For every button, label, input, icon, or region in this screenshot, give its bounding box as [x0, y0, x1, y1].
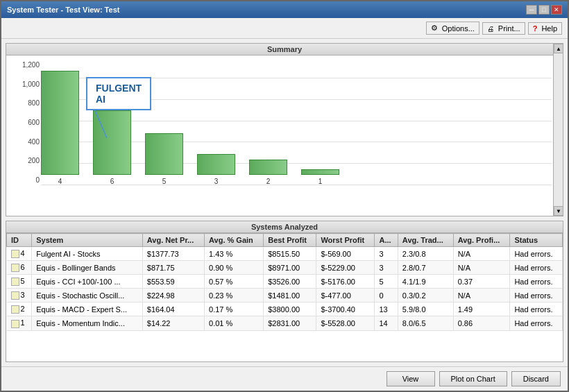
cell-status: Had errors.: [510, 289, 563, 302]
y-label-400: 400: [28, 138, 40, 146]
col-avg-net: Avg. Net Pr...: [142, 234, 204, 247]
cell-worst: $-3700.40: [316, 302, 375, 316]
bar-2: 2: [249, 160, 287, 185]
col-avg-trad: Avg. Trad...: [398, 234, 453, 247]
bar-3: 3: [197, 154, 235, 185]
y-label-600: 600: [28, 119, 40, 126]
chart-scrollbar[interactable]: ▲ ▼: [553, 44, 563, 216]
bar-6-label: 6: [110, 178, 114, 185]
y-label-200: 200: [28, 157, 40, 164]
cell-avg-pct: 0.57 %: [205, 275, 264, 289]
cell-id: 3: [7, 289, 32, 302]
close-button[interactable]: ✕: [551, 5, 562, 15]
table-row[interactable]: 6 Equis - Bollinger Bands $871.75 0.90 %…: [7, 261, 563, 275]
bar-3-label: 3: [214, 178, 219, 185]
table-row[interactable]: 2 Equis - MACD - Expert S... $164.04 0.1…: [7, 302, 563, 316]
bar-1-rect: [301, 169, 339, 175]
cell-worst: $-5528.00: [316, 316, 375, 330]
col-best: Best Profit: [264, 234, 316, 247]
maximize-button[interactable]: □: [538, 5, 550, 15]
cell-avg-prof: N/A: [453, 289, 510, 302]
cell-worst: $-477.00: [316, 289, 375, 302]
col-a: A...: [375, 234, 398, 247]
bar-1-label: 1: [319, 178, 323, 185]
cell-avg-net: $871.75: [142, 261, 204, 275]
cell-best: $1481.00: [264, 289, 316, 302]
cell-a: 3: [375, 247, 398, 261]
window-title: System Tester - Test View: Test: [7, 6, 119, 14]
discard-button[interactable]: Discard: [511, 371, 561, 386]
bottom-bar: View Plot on Chart Discard: [1, 366, 568, 391]
bar-2-rect: [249, 160, 287, 175]
col-avg-pct: Avg. % Gain: [205, 234, 264, 247]
cell-avg-trad: 4.1/1.9: [398, 275, 453, 289]
toolbar: Options... Print... Help: [1, 18, 568, 39]
cell-id: 5: [7, 275, 32, 289]
table-section: Systems Analyzed ID System Avg. Net Pr..…: [6, 221, 563, 362]
cell-avg-pct: 1.43 %: [205, 247, 264, 261]
row-icon: [11, 291, 19, 300]
row-icon: [11, 278, 19, 286]
help-icon: [533, 24, 540, 33]
scroll-up-button[interactable]: ▲: [554, 44, 563, 53]
cell-avg-prof: 0.86: [453, 316, 510, 330]
cell-status: Had errors.: [510, 275, 563, 289]
scroll-down-button[interactable]: ▼: [554, 206, 563, 216]
cell-avg-pct: 0.90 %: [205, 261, 264, 275]
bar-1: 1: [301, 169, 339, 185]
main-window: System Tester - Test View: Test ─ □ ✕ Op…: [0, 0, 569, 392]
cell-avg-net: $224.98: [142, 289, 204, 302]
table-header: Systems Analyzed: [6, 221, 563, 233]
main-content: Summary FULGENT AI 1,200 1,000 800 600 4…: [1, 39, 568, 366]
cell-id: 4: [7, 247, 32, 261]
y-label-0: 0: [35, 176, 40, 184]
cell-avg-net: $14.22: [142, 316, 204, 330]
minimize-button[interactable]: ─: [526, 5, 537, 15]
col-system: System: [32, 234, 143, 247]
cell-best: $2831.00: [264, 316, 316, 330]
cell-best: $3800.00: [264, 302, 316, 316]
table-head: ID System Avg. Net Pr... Avg. % Gain Bes…: [7, 234, 563, 247]
options-button[interactable]: Options...: [426, 22, 479, 35]
cell-a: 5: [375, 275, 398, 289]
callout-box: FULGENT AI: [86, 77, 151, 110]
cell-status: Had errors.: [510, 316, 563, 330]
table-scroll[interactable]: ID System Avg. Net Pr... Avg. % Gain Bes…: [6, 233, 563, 361]
help-button[interactable]: Help: [528, 22, 562, 35]
cell-id: 1: [7, 316, 32, 330]
view-button[interactable]: View: [387, 371, 435, 386]
cell-id: 2: [7, 302, 32, 316]
bar-5: 5: [145, 133, 183, 185]
table-row[interactable]: 5 Equis - CCI +100/-100 ... $553.59 0.57…: [7, 275, 563, 289]
table-row[interactable]: 4 Fulgent AI - Stocks $1377.73 1.43 % $8…: [7, 247, 563, 261]
cell-system: Fulgent AI - Stocks: [32, 247, 143, 261]
cell-avg-net: $164.04: [142, 302, 204, 316]
bar-5-rect: [145, 133, 183, 175]
header-row: ID System Avg. Net Pr... Avg. % Gain Bes…: [7, 234, 563, 247]
print-button[interactable]: Print...: [482, 22, 525, 35]
row-icon: [11, 320, 19, 328]
cell-status: Had errors.: [510, 302, 563, 316]
cell-worst: $-569.00: [316, 247, 375, 261]
cell-best: $3526.00: [264, 275, 316, 289]
cell-avg-prof: N/A: [453, 247, 510, 261]
bar-4: 4: [41, 71, 79, 185]
cell-avg-prof: 1.49: [453, 302, 510, 316]
y-axis: 1,200 1,000 800 600 400 200 0: [12, 61, 40, 184]
table-row[interactable]: 3 Equis - Stochastic Oscill... $224.98 0…: [7, 289, 563, 302]
bar-4-rect: [41, 71, 79, 175]
row-icon: [11, 305, 19, 314]
plot-on-chart-button[interactable]: Plot on Chart: [439, 371, 507, 386]
cell-avg-trad: 2.8/0.7: [398, 261, 453, 275]
table-row[interactable]: 1 Equis - Momentum Indic... $14.22 0.01 …: [7, 316, 563, 330]
col-id: ID: [7, 234, 32, 247]
cell-avg-pct: 0.01 %: [205, 316, 264, 330]
col-avg-prof: Avg. Profi...: [453, 234, 510, 247]
options-icon: [431, 24, 440, 33]
cell-best: $8971.00: [264, 261, 316, 275]
cell-avg-trad: 2.3/0.8: [398, 247, 453, 261]
cell-avg-net: $1377.73: [142, 247, 204, 261]
cell-worst: $-5176.00: [316, 275, 375, 289]
chart-section: Summary FULGENT AI 1,200 1,000 800 600 4…: [6, 43, 563, 216]
cell-a: 3: [375, 261, 398, 275]
